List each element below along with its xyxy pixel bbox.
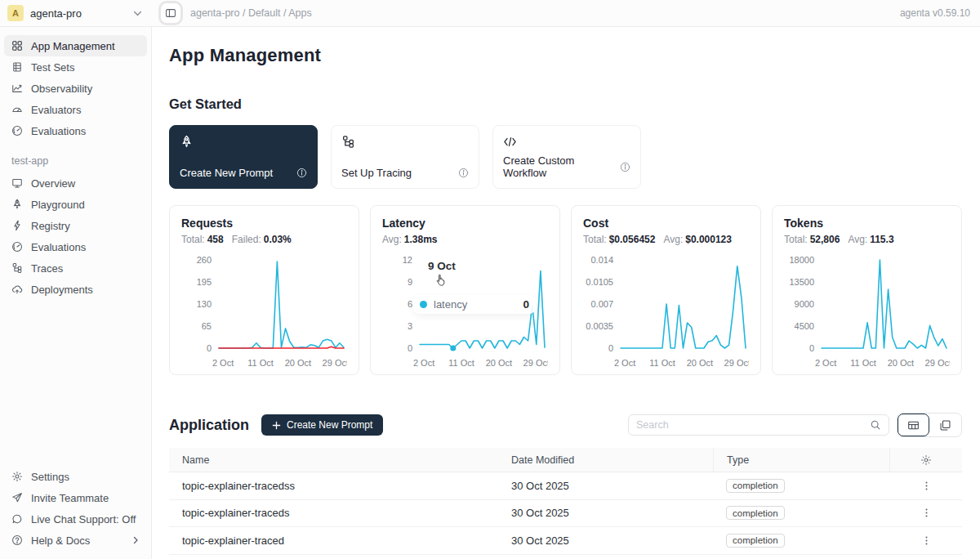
tokens-chart: 18000135009000450002 Oct11 Oct20 Oct29 O…	[784, 253, 950, 376]
search-box[interactable]	[628, 414, 889, 436]
chevron-down-icon	[133, 9, 142, 18]
table-view-button[interactable]	[898, 414, 929, 436]
page-title: App Management	[169, 45, 962, 66]
column-header-date-modified: Date Modified	[498, 454, 713, 466]
paper-plane-icon	[11, 492, 23, 503]
sidebar-item-label: Live Chat Support: Off	[31, 513, 136, 525]
chevron-right-icon	[131, 536, 140, 544]
app-name: topic-explainer-traced	[169, 534, 498, 547]
svg-text:0: 0	[207, 343, 212, 353]
applications-table: Name Date Modified Type topic-explainer-…	[169, 448, 962, 559]
table-row[interactable]: career-assessment 27 Oct 2025 completion	[169, 555, 962, 559]
svg-text:20 Oct: 20 Oct	[486, 358, 512, 368]
sidebar-item-evaluators[interactable]: Evaluators	[4, 99, 147, 120]
sidebar-item-evaluations[interactable]: Evaluations	[4, 120, 147, 141]
sidebar-item-deployments[interactable]: Deployments	[4, 279, 147, 300]
info-icon[interactable]	[296, 168, 307, 178]
app-date: 30 Oct 2025	[498, 507, 713, 519]
sidebar-item-help-docs[interactable]: Help & Docs	[4, 530, 147, 551]
sidebar-item-label: Help & Docs	[31, 534, 90, 547]
sidebar-section-test-app: test-app	[11, 155, 147, 167]
sidebar-item-playground[interactable]: Playground	[4, 194, 147, 215]
sidebar-item-settings[interactable]: Settings	[4, 466, 147, 487]
svg-text:29 Oct: 29 Oct	[323, 358, 347, 368]
sidebar-item-overview[interactable]: Overview	[4, 172, 147, 194]
sidebar-collapse-button[interactable]	[161, 3, 180, 23]
svg-text:0.007: 0.007	[590, 299, 613, 309]
sidebar-item-evaluations-app[interactable]: Evaluations	[4, 236, 147, 257]
top-bar: A agenta-pro agenta-pro / Default / Apps…	[0, 0, 980, 27]
svg-text:20 Oct: 20 Oct	[687, 358, 713, 368]
table-row[interactable]: topic-explainer-traced 30 Oct 2025 compl…	[169, 527, 962, 555]
svg-text:20 Oct: 20 Oct	[285, 358, 311, 368]
create-new-prompt-card[interactable]: Create New Prompt	[169, 125, 318, 189]
app-date: 30 Oct 2025	[498, 534, 713, 547]
sidebar-item-invite-teammate[interactable]: Invite Teammate	[4, 487, 147, 508]
sidebar-item-app-management[interactable]: App Management	[4, 35, 147, 56]
svg-text:65: 65	[202, 321, 212, 331]
stat-title: Tokens	[784, 217, 950, 230]
svg-text:4500: 4500	[795, 321, 814, 331]
grid-icon	[11, 40, 23, 51]
workspace-selector[interactable]: A agenta-pro	[0, 5, 152, 21]
sidebar-item-label: Test Sets	[31, 61, 74, 74]
create-new-prompt-button[interactable]: Create New Prompt	[261, 414, 383, 436]
create-custom-workflow-card[interactable]: Create Custom Workflow	[492, 125, 641, 189]
sidebar-item-label: Overview	[31, 177, 75, 190]
search-icon	[870, 419, 881, 431]
svg-text:18000: 18000	[789, 255, 814, 265]
get-started-cards: Create New Prompt Set Up Tracing Create …	[169, 125, 962, 189]
gauge-icon	[11, 104, 23, 115]
stat-metric: Avg:115.3	[848, 234, 893, 245]
column-settings[interactable]	[890, 454, 962, 466]
sidebar-item-label: Evaluations	[31, 125, 86, 137]
app-type: completion	[713, 506, 890, 520]
svg-text:11 Oct: 11 Oct	[850, 358, 876, 368]
get-started-title: Get Started	[169, 96, 962, 112]
table-row[interactable]: topic-explainer-tracedss 30 Oct 2025 com…	[169, 472, 962, 500]
sidebar-item-label: Evaluations	[31, 241, 86, 253]
sidebar-item-test-sets[interactable]: Test Sets	[4, 56, 147, 78]
traces-icon	[11, 262, 23, 274]
svg-text:2 Oct: 2 Oct	[413, 358, 434, 368]
svg-text:9: 9	[408, 277, 412, 287]
svg-text:195: 195	[197, 277, 212, 287]
gear-icon	[11, 471, 23, 482]
svg-text:0: 0	[408, 343, 412, 353]
table-row[interactable]: topic-explainer-traceds 30 Oct 2025 comp…	[169, 500, 962, 528]
cost-chart: 0.0140.01050.0070.003502 Oct11 Oct20 Oct…	[583, 253, 749, 376]
row-menu-button[interactable]	[890, 535, 962, 546]
card-label: Set Up Tracing	[341, 167, 412, 179]
sidebar-item-label: Traces	[31, 262, 63, 275]
cost-card: Cost Total:$0.056452 Avg:$0.000123 0.014…	[571, 205, 761, 375]
stat-title: Requests	[181, 217, 347, 230]
row-menu-button[interactable]	[890, 481, 962, 491]
card-view-button[interactable]	[929, 414, 961, 436]
svg-text:0: 0	[809, 343, 814, 353]
sidebar: App Management Test Sets Observability E…	[0, 27, 152, 559]
column-header-type: Type	[713, 448, 890, 472]
svg-text:0.014: 0.014	[590, 255, 613, 265]
chart-svg: 18000135009000450002 Oct11 Oct20 Oct29 O…	[784, 253, 950, 373]
row-menu-button[interactable]	[890, 508, 962, 518]
sidebar-item-live-chat[interactable]: Live Chat Support: Off	[4, 508, 147, 530]
app-name: topic-explainer-tracedss	[169, 480, 498, 492]
info-icon[interactable]	[620, 162, 630, 172]
svg-text:0: 0	[608, 343, 613, 353]
requests-card: Requests Total:458 Failed:0.03% 26019513…	[169, 205, 359, 375]
type-badge: completion	[726, 479, 785, 493]
stat-metric: Total:$0.056452	[583, 234, 655, 245]
breadcrumb[interactable]: agenta-pro / Default / Apps	[190, 7, 312, 19]
set-up-tracing-card[interactable]: Set Up Tracing	[331, 125, 479, 189]
sidebar-item-registry[interactable]: Registry	[4, 215, 147, 236]
stat-metric: Failed:0.03%	[232, 234, 292, 245]
sidebar-item-observability[interactable]: Observability	[4, 78, 147, 99]
svg-text:9000: 9000	[795, 299, 814, 309]
stat-metric: Avg:1.38ms	[382, 234, 438, 245]
app-date: 30 Oct 2025	[498, 480, 713, 492]
sidebar-item-label: Invite Teammate	[31, 492, 109, 504]
svg-text:6: 6	[408, 299, 412, 309]
search-input[interactable]	[636, 419, 870, 431]
sidebar-item-traces[interactable]: Traces	[4, 257, 147, 279]
info-icon[interactable]	[458, 168, 469, 178]
